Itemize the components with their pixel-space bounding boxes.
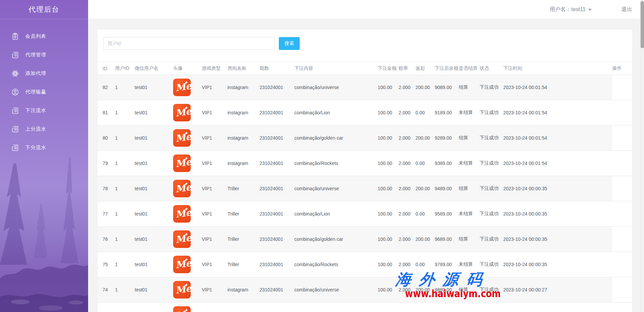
cell-wechat-username: test01 (135, 125, 173, 151)
cell-bet-status: 下注成功 (480, 100, 503, 125)
cell-bet-time: 2023-10-24 00:01:54 (503, 125, 612, 151)
search-button[interactable]: 搜索 (279, 37, 300, 50)
cell-avatar: Me ✦ (173, 125, 202, 151)
cell-bet-content: combinação/Lion (294, 201, 378, 227)
cell-bet-time: 2023-10-24 00:00:35 (503, 252, 612, 277)
cell-bet-time: 2023-10-24 00:01:54 (503, 100, 612, 125)
sidebar-item-6[interactable]: 上分流水 (0, 120, 88, 138)
cell-odds: 2.000 (399, 201, 415, 227)
cell-bet-time: 2023-10-24 00:00:27 (503, 277, 612, 303)
sparkle-icon: ✦ (185, 156, 188, 161)
cell-settle-status: 未结算 (459, 252, 480, 277)
cell-wechat-username: test01 (135, 201, 173, 227)
cell-user-id: 1 (115, 201, 135, 227)
news-icon (11, 51, 19, 59)
cell-period: 231024001 (260, 125, 294, 151)
cell-bet-time: 2023-10-24 00:01:54 (503, 151, 612, 176)
sidebar-item-1[interactable]: 会员列表 (0, 27, 88, 46)
cell-payout: 0.00 (415, 100, 435, 125)
table-row[interactable]: 74 1 test01 Me ✦ VIP1 instagram 23102400… (98, 277, 632, 303)
cell-room-name: instagram (227, 277, 260, 303)
cell-game-type: VIP1 (202, 125, 227, 151)
table-row-partial[interactable]: Me ✦ (98, 303, 632, 312)
sidebar-item-7[interactable]: 下分流水 (0, 138, 88, 157)
cell-balance-after: 9789.00 (435, 252, 459, 277)
cell-payout: 0.00 (415, 201, 435, 227)
cell-odds: 2.000 (399, 176, 415, 201)
table-row[interactable]: 81 1 test01 Me ✦ VIP1 instagram 23102400… (98, 100, 632, 125)
table-row[interactable]: 75 1 test01 Me ✦ VIP1 Triller 231024001 … (98, 252, 632, 277)
cell-period: 231024001 (260, 252, 294, 277)
cell-id: 74 (98, 277, 115, 303)
cell-actions (612, 75, 632, 100)
cell-game-type: VIP1 (202, 151, 227, 176)
sidebar-item-5[interactable]: 下注流水 (0, 101, 88, 120)
cell-bet-amount: 100.00 (378, 100, 399, 125)
cell-avatar: Me ✦ (173, 227, 202, 252)
cell-game-type: VIP1 (202, 201, 227, 227)
cell-bet-amount: 100.00 (378, 277, 399, 303)
cell-bet-content: combinação/universe (294, 176, 378, 201)
cell-wechat-username: test01 (135, 227, 173, 252)
cell-bet-status: 下注成功 (480, 201, 503, 227)
cell-wechat-username: test01 (135, 277, 173, 303)
cell-actions (612, 277, 632, 303)
page-scrollbar[interactable] (640, 0, 644, 312)
cell-odds: 2.000 (399, 227, 415, 252)
cell-bet-amount: 100.00 (378, 227, 399, 252)
cell-bet-content: combinação/Lion (294, 100, 378, 125)
cell-period: 231024001 (260, 227, 294, 252)
cell-bet-time: 2023-10-24 00:01:54 (503, 75, 612, 100)
sidebar-item-label: 会员列表 (25, 33, 46, 39)
sidebar-item-label: 添加代理 (25, 70, 46, 77)
cell-game-type: VIP1 (202, 227, 227, 252)
user-avatar: Me ✦ (173, 205, 191, 223)
cell-user-id: 1 (115, 151, 135, 176)
sidebar: 代理后台 会员列表代理管理添加代理代理输赢下注流水上分流水下分流水 (0, 0, 88, 312)
cell-avatar: Me ✦ (173, 176, 202, 201)
cell-game-type: VIP1 (202, 75, 227, 100)
sparkle-icon: ✦ (185, 282, 188, 287)
cell-wechat-username: test01 (135, 75, 173, 100)
cell-balance-after: 9389.00 (435, 151, 459, 176)
sidebar-item-4[interactable]: 代理输赢 (0, 83, 88, 101)
sparkle-icon: ✦ (185, 181, 188, 186)
cell-bet-content: combinação/Rockets (294, 151, 378, 176)
cell-actions (612, 303, 632, 312)
table-row[interactable]: 82 1 test01 Me ✦ VIP1 instagram 23102400… (98, 75, 632, 100)
user-dropdown[interactable]: 用户名： test11 (550, 6, 592, 13)
sparkle-icon: ✦ (185, 105, 188, 110)
cell-balance-after: 9189.00 (435, 100, 459, 125)
column-header: 下注后余额 (435, 62, 459, 75)
column-header: 状态 (480, 62, 503, 75)
sidebar-item-label: 上分流水 (25, 126, 46, 132)
news-icon (11, 125, 19, 133)
sparkle-icon: ✦ (185, 131, 188, 136)
search-input[interactable] (103, 37, 275, 50)
column-header: 房间名称 (227, 62, 260, 75)
cell-id (98, 303, 115, 312)
cell-room-name: Triller (227, 252, 260, 277)
cell-bet-content: combinação/golden car (294, 227, 378, 252)
user-avatar: Me ✦ (173, 180, 191, 197)
username-label: 用户名： (550, 6, 571, 13)
cell-wechat-username: test01 (135, 151, 173, 176)
cell-payout: 0.00 (415, 151, 435, 176)
column-header: 赔率 (399, 62, 415, 75)
table-row[interactable]: 80 1 test01 Me ✦ VIP1 instagram 23102400… (98, 125, 632, 151)
scrollbar-thumb[interactable] (641, 1, 644, 48)
cell-bet-status (480, 303, 503, 312)
table-row[interactable]: 79 1 test01 Me ✦ VIP1 instagram 23102400… (98, 151, 632, 176)
logout-button[interactable]: 退出 (621, 6, 632, 13)
sidebar-item-3[interactable]: 添加代理 (0, 64, 88, 83)
cell-period: 231024001 (260, 176, 294, 201)
cell-settle-status: 结算 (459, 277, 480, 303)
sidebar-item-2[interactable]: 代理管理 (0, 46, 88, 64)
news-icon (11, 107, 19, 115)
cell-odds: 2.000 (399, 100, 415, 125)
cell-settle-status: 未结算 (459, 100, 480, 125)
table-row[interactable]: 76 1 test01 Me ✦ VIP1 Triller 231024001 … (98, 227, 632, 252)
cell-period: 231024001 (260, 151, 294, 176)
table-row[interactable]: 77 1 test01 Me ✦ VIP1 Triller 231024001 … (98, 201, 632, 227)
table-row[interactable]: 78 1 test01 Me ✦ VIP1 Triller 231024001 … (98, 176, 632, 201)
